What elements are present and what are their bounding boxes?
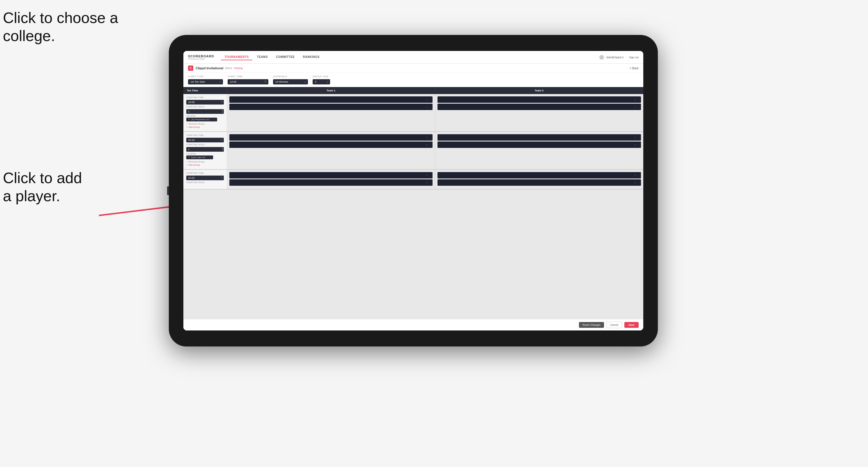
start-time-label: Start Time: [228, 75, 268, 78]
player-slot-3-2[interactable]: ✕ ⌄: [229, 179, 433, 186]
group-row-3: STARTING TIME: ⓘ STARTING HOLE: ✕ ⌄ ✕ ⌄: [183, 170, 643, 190]
cancel-button[interactable]: Cancel: [606, 322, 622, 328]
logo-title: SCOREBOARD: [188, 55, 214, 58]
starting-hole-label-2: STARTING HOLE:: [186, 144, 224, 146]
col-tee-time: Tee Time: [183, 87, 227, 94]
table-body: STARTING TIME: ⓘ STARTING HOLE: ▲ ▼ COUR…: [183, 94, 643, 319]
add-group-label-2: Add Group: [189, 164, 200, 166]
group-row-2: STARTING TIME: ⓘ STARTING HOLE: ▲ ▼ COUR…: [183, 132, 643, 170]
footer-bar: Reset Changes Cancel Save: [183, 319, 643, 331]
back-button[interactable]: < Back: [630, 67, 639, 70]
starting-hole-input-2[interactable]: [186, 147, 224, 152]
annotation-1-line1: Click to choose a: [3, 9, 118, 27]
player-slot-icon-x-2-3[interactable]: ✕: [634, 136, 636, 139]
intervals-select[interactable]: 10 Minutes 8 Minutes 12 Minutes: [273, 79, 308, 85]
starting-time-input-2[interactable]: [186, 138, 224, 143]
tab-tournaments[interactable]: TOURNAMENTS: [221, 54, 252, 60]
user-email: blair@clippd.io: [606, 56, 623, 59]
player-slot-icon-x-3-2[interactable]: ✕: [426, 181, 428, 184]
course-expand-1[interactable]: ⌄: [213, 118, 215, 121]
player-slot-icon-x-1-1[interactable]: ✕: [426, 98, 428, 101]
tab-committee[interactable]: COMMITTEE: [273, 54, 298, 60]
starting-time-input-1[interactable]: [186, 100, 224, 104]
course-tag-1[interactable]: ⚑ (A) Peachtree GC × ⌄: [186, 118, 217, 121]
player-slot-3-3[interactable]: ✕ ⌄: [437, 172, 641, 179]
player-slot-1-1[interactable]: ✕ ⌄: [229, 96, 433, 103]
course-separator-2: ×: [207, 156, 209, 159]
group-1-team1: ✕ ⌄ ✕ ⌄: [227, 94, 435, 131]
tab-rankings[interactable]: RANKINGS: [300, 54, 323, 60]
start-time-input-wrapper: ⓘ: [228, 79, 268, 85]
player-slot-icon-chevron-1-3[interactable]: ⌄: [637, 98, 639, 101]
start-time-info-icon: ⓘ: [264, 80, 267, 83]
col-team1: Team 1: [227, 87, 435, 94]
player-slot-icon-x-1-4[interactable]: ✕: [634, 106, 636, 108]
player-slot-icon-x-3-1[interactable]: ✕: [426, 174, 428, 177]
player-slot-icon-x-3-4[interactable]: ✕: [634, 181, 636, 184]
player-slot-icon-x-2-1[interactable]: ✕: [426, 136, 428, 139]
player-slot-icon-chevron-2-4[interactable]: ⌄: [637, 144, 639, 146]
player-slot-icon-x-1-2[interactable]: ✕: [426, 106, 428, 108]
starting-hole-wrapper-2: ▲ ▼: [186, 146, 224, 152]
course-label-2: COURSE:: [186, 153, 224, 155]
player-slot-2-3[interactable]: ✕ ⌄: [437, 134, 641, 141]
course-icon-1: ⚑: [188, 118, 190, 121]
hole-stepper-up-1[interactable]: ▲: [221, 109, 223, 111]
col-team2: Team 2: [435, 87, 643, 94]
tab-teams[interactable]: TEAMS: [253, 54, 272, 60]
start-time-group: Start Time ⓘ: [228, 75, 268, 85]
player-slot-icon-x-1-3[interactable]: ✕: [634, 98, 636, 101]
add-group-2[interactable]: + Add Group: [186, 164, 224, 166]
player-slot-icon-chevron-3-4[interactable]: ⌄: [637, 181, 639, 184]
group-size-select[interactable]: 3 4 2: [313, 79, 330, 85]
player-slot-icon-chevron-1-4[interactable]: ⌄: [637, 106, 639, 108]
remove-group-2[interactable]: ○ Remove Group: [186, 160, 224, 163]
hole-stepper-up-2[interactable]: ▲: [221, 147, 223, 149]
hole-stepper-down-2[interactable]: ▼: [221, 149, 223, 151]
player-slot-3-4[interactable]: ✕ ⌄: [437, 179, 641, 186]
hole-stepper-2: ▲ ▼: [221, 146, 223, 152]
player-slot-icon-chevron-3-1[interactable]: ⌄: [429, 174, 431, 177]
starting-time-label-1: STARTING TIME:: [186, 96, 224, 98]
starting-time-info-icon-2: ⓘ: [221, 138, 223, 141]
starting-time-info-icon-1: ⓘ: [221, 100, 223, 103]
player-slot-1-4[interactable]: ✕ ⌄: [437, 104, 641, 110]
sign-out-link[interactable]: Sign out: [629, 56, 639, 59]
player-slot-icon-chevron-3-2[interactable]: ⌄: [429, 181, 431, 184]
group-3-left: STARTING TIME: ⓘ STARTING HOLE:: [183, 170, 227, 189]
group-3-team2: ✕ ⌄ ✕ ⌄: [435, 170, 643, 189]
player-slot-2-4[interactable]: ✕ ⌄: [437, 142, 641, 148]
tournament-title: Clippd Invitational: [196, 66, 223, 70]
start-type-group: Start Type 1st Tee Start Shotgun Start: [188, 75, 223, 85]
starting-time-input-3[interactable]: [186, 176, 224, 180]
player-slot-icon-chevron-3-3[interactable]: ⌄: [637, 174, 639, 177]
hosting-label: Hosting: [234, 67, 243, 70]
add-group-1[interactable]: + Add Group: [186, 126, 224, 128]
player-slot-3-1[interactable]: ✕ ⌄: [229, 172, 433, 179]
save-button[interactable]: Save: [624, 322, 639, 328]
reset-changes-button[interactable]: Reset Changes: [579, 322, 604, 328]
player-slot-icon-chevron-1-1[interactable]: ⌄: [429, 98, 431, 101]
start-time-input[interactable]: [228, 79, 268, 85]
player-slot-icon-chevron-2-1[interactable]: ⌄: [429, 136, 431, 139]
player-slot-2-1[interactable]: ✕ ⌄: [229, 134, 433, 141]
remove-group-1[interactable]: ○ Remove Group: [186, 123, 224, 125]
player-slot-1-2[interactable]: ✕ ⌄: [229, 104, 433, 110]
group-1-team2: ✕ ⌄ ✕ ⌄: [435, 94, 643, 131]
starting-hole-input-1[interactable]: [186, 109, 224, 114]
start-type-select-wrapper: 1st Tee Start Shotgun Start: [188, 79, 223, 85]
hole-stepper-down-1[interactable]: ▼: [221, 111, 223, 113]
course-expand-2[interactable]: ⌄: [209, 156, 211, 159]
course-tag-2[interactable]: ⚑ East Lake GC × ⌄: [186, 155, 213, 159]
annotation-2-line1: Click to add: [3, 169, 82, 187]
player-slot-icon-chevron-1-2[interactable]: ⌄: [429, 106, 431, 108]
annotation-2: Click to add a player.: [3, 169, 82, 205]
player-slot-icon-x-2-2[interactable]: ✕: [426, 144, 428, 146]
player-slot-icon-x-2-4[interactable]: ✕: [634, 144, 636, 146]
player-slot-1-3[interactable]: ✕ ⌄: [437, 96, 641, 103]
start-type-select[interactable]: 1st Tee Start Shotgun Start: [188, 79, 223, 85]
player-slot-2-2[interactable]: ✕ ⌄: [229, 142, 433, 148]
player-slot-icon-x-3-3[interactable]: ✕: [634, 174, 636, 177]
player-slot-icon-chevron-2-2[interactable]: ⌄: [429, 144, 431, 146]
player-slot-icon-chevron-2-3[interactable]: ⌄: [637, 136, 639, 139]
